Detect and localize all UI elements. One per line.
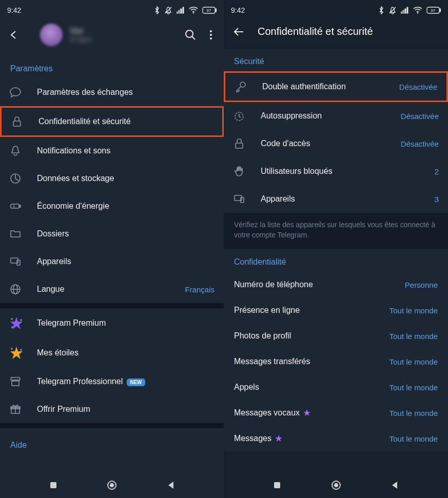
profile-name: Vivien ligne (70, 27, 185, 43)
security-autodelete[interactable]: Autosuppression Désactivée (224, 102, 448, 130)
svg-point-44 (240, 82, 245, 87)
settings-folders[interactable]: Dossiers (0, 220, 224, 248)
separator (0, 423, 224, 428)
timer-icon (233, 110, 245, 122)
nav-back-icon[interactable] (390, 481, 399, 490)
privacy-profilephoto[interactable]: Photos de profil Tout le monde (224, 323, 448, 349)
privacy-item-value: Tout le monde (389, 383, 438, 392)
settings-chat[interactable]: Paramètres des échanges (0, 78, 224, 106)
svg-line-10 (192, 36, 195, 39)
privacy-item-value: Personne (405, 281, 438, 289)
wifi-icon (413, 7, 422, 14)
settings-language[interactable]: Langue Français (0, 275, 224, 303)
privacy-messages[interactable]: Messages ★ Tout le monde (224, 426, 448, 451)
svg-point-24 (21, 320, 22, 321)
security-item-label: Double authentification (262, 82, 399, 91)
avatar[interactable] (40, 24, 63, 46)
svg-point-5 (193, 12, 194, 13)
security-item-value: Désactivée (401, 140, 439, 148)
gift-icon (9, 403, 22, 415)
privacy-item-label: Numéro de téléphone (234, 280, 313, 289)
back-arrow-icon[interactable] (8, 29, 20, 41)
nav-home-icon[interactable] (330, 480, 342, 491)
back-arrow-icon[interactable] (233, 26, 244, 37)
nav-recent-icon[interactable] (272, 481, 282, 490)
svg-rect-39 (407, 7, 408, 13)
svg-point-13 (210, 37, 212, 39)
settings-privacy[interactable]: Confidentialité et sécurité (0, 106, 224, 137)
settings-devices[interactable]: Appareils (0, 248, 224, 275)
devices-icon (233, 193, 245, 205)
svg-rect-36 (401, 12, 402, 13)
svg-point-11 (210, 30, 212, 32)
search-icon[interactable] (185, 29, 196, 41)
settings-gift[interactable]: Offrir Premium (0, 395, 224, 423)
security-item-label: Utilisateurs bloqués (261, 167, 435, 176)
premium-star-icon (9, 316, 24, 330)
privacy-item-value: Tout le monde (389, 357, 438, 366)
security-passcode[interactable]: Code d'accès Désactivée (224, 130, 448, 157)
privacy-forwarded[interactable]: Messages transférés Tout le monde (224, 349, 448, 374)
privacy-item-label: Présence en ligne (234, 306, 300, 315)
privacy-list[interactable]: Sécurité Double authentification Désacti… (224, 49, 448, 470)
settings-list[interactable]: Paramètres Paramètres des échanges Confi… (0, 56, 224, 472)
svg-text:97: 97 (207, 8, 211, 13)
settings-data[interactable]: Données et stockage (0, 165, 224, 192)
svg-rect-38 (405, 9, 406, 13)
data-icon (9, 172, 22, 185)
battery-icon: 97 (202, 7, 217, 14)
settings-stars[interactable]: Mes étoiles (0, 338, 224, 368)
settings-notifications[interactable]: Notifications et sons (0, 137, 224, 165)
svg-rect-37 (403, 10, 404, 13)
privacy-voice[interactable]: Messages vocaux ★ Tout le monde (224, 400, 448, 426)
settings-screen: 9:42 97 Vivien ligne Paramètres Paramètr… (0, 0, 224, 498)
battery-icon (9, 200, 22, 212)
section-title-aide[interactable]: Aide (0, 428, 224, 462)
privacy-lastseen[interactable]: Présence en ligne Tout le monde (224, 297, 448, 323)
mute-icon (388, 6, 397, 14)
globe-icon (9, 283, 22, 295)
security-item-label: Autosuppression (261, 111, 401, 121)
privacy-calls[interactable]: Appels Tout le monde (224, 374, 448, 400)
security-2fa[interactable]: Double authentification Désactivée (224, 71, 448, 102)
svg-point-12 (210, 34, 212, 36)
security-item-value: Désactivée (401, 112, 439, 121)
svg-rect-16 (11, 204, 19, 208)
nav-back-icon[interactable] (166, 481, 176, 490)
security-devices[interactable]: Appareils 3 (224, 185, 448, 213)
folder-icon (9, 228, 22, 240)
chat-icon (9, 86, 22, 98)
hand-icon (233, 165, 245, 177)
nav-home-icon[interactable] (106, 480, 118, 491)
security-item-value: 3 (435, 195, 439, 204)
settings-business[interactable]: Telegram ProfessionnelNEW (0, 368, 224, 395)
svg-rect-4 (183, 7, 184, 13)
page-header: Confidentialité et sécurité (224, 17, 448, 49)
settings-item-label: Confidentialité et sécurité (38, 117, 213, 126)
security-blocked[interactable]: Utilisateurs bloqués 2 (224, 157, 448, 185)
svg-rect-3 (181, 9, 182, 13)
privacy-screen: 9:42 97 Confidentialité et sécurité Sécu… (224, 0, 448, 498)
status-bar: 9:42 97 (224, 0, 448, 17)
status-icons: 97 (154, 6, 217, 14)
svg-point-40 (417, 12, 418, 13)
bluetooth-icon (378, 6, 384, 14)
security-item-label: Code d'accès (261, 139, 401, 148)
status-time: 9:42 (7, 6, 21, 14)
svg-point-25 (12, 327, 13, 328)
svg-rect-2 (179, 10, 180, 13)
svg-rect-46 (236, 143, 243, 148)
section-title-securite: Sécurité (224, 49, 448, 71)
battery-icon: 97 (426, 7, 441, 14)
premium-star-icon: ★ (303, 407, 311, 419)
settings-premium[interactable]: Telegram Premium (0, 308, 224, 338)
separator (0, 303, 224, 308)
security-item-value: Désactivée (399, 83, 437, 91)
nav-recent-icon[interactable] (49, 481, 58, 490)
settings-power[interactable]: Économie d'énergie (0, 192, 224, 220)
security-hint: Vérifiez la liste des appareils sur lesq… (224, 213, 448, 249)
status-icons: 97 (378, 6, 441, 14)
privacy-phone[interactable]: Numéro de téléphone Personne (224, 272, 448, 297)
svg-point-23 (11, 318, 12, 320)
more-icon[interactable] (209, 29, 212, 41)
